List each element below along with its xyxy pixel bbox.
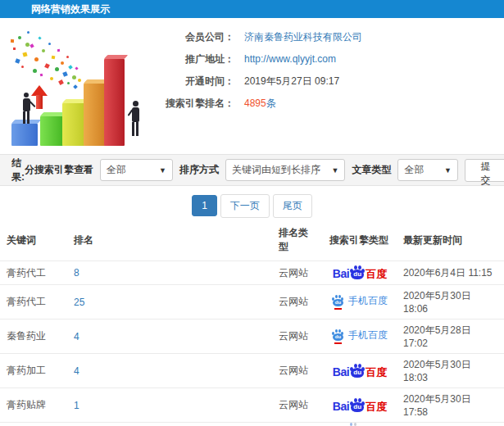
person-right-figure [128, 101, 143, 136]
engine-cell: du 手机百度 [323, 320, 397, 354]
profile-field: 搜索引擎排名： 4895条 [149, 93, 497, 114]
field-value: 2019年5月27日 09:17 [244, 75, 339, 88]
baidu-logo: Bai du 百度 [333, 265, 387, 279]
engine-cell: Bai du 百度 [323, 388, 397, 423]
rank-type-cell: 云网站 [272, 261, 323, 285]
mobile-baidu-paw-icon: du [332, 295, 344, 307]
mobile-baidu-du-text: du [333, 299, 343, 306]
table-row: 膏药代工 8 云网站 Bai du 百度 2020年6月4日 11:15 [0, 261, 504, 285]
profile-field: 开通时间： 2019年5月27日 09:17 [149, 70, 497, 92]
submit-button[interactable]: 提交 [465, 159, 504, 182]
filter-controls: 分搜索引擎查看 全部 ▼ 排序方式 关键词由短到长排序 ▼ 文章类型 全部 ▼ … [25, 159, 504, 182]
baidu-bai-text: Bai [333, 401, 349, 412]
member-info-list: 会员公司： 济南秦鲁药业科技有限公司 推广地址： http://www.qlyy… [149, 26, 497, 115]
rank-type-cell: 云网站 [272, 320, 323, 354]
rank-type-cell: 云网站 [272, 388, 323, 423]
baidu-logo: Bai du 百度 [333, 398, 387, 412]
update-time-cell: 2020年5月30日 17:58 [397, 388, 504, 423]
mobile-baidu-logo: du 手机百度 [332, 294, 388, 308]
field-label: 推广地址： [149, 52, 234, 66]
column-header: 排名类型 [272, 220, 323, 261]
sort-label: 排序方式 [179, 163, 219, 177]
table-row: 膏药代工 25 云网站 du 手机百度 2020年5月30日 18:06 [0, 285, 504, 320]
bar-yellow [62, 103, 85, 146]
bar-red [104, 59, 125, 146]
engine-cell: du 手机百度 [323, 423, 397, 426]
baidu-paw-icon: du [350, 364, 365, 378]
page: 网络营销效果展示 会员公司： 济南秦鲁药业科技有限公司 推广地址： http: [0, 0, 504, 426]
update-time-cell: 2020年5月30日 18:03 [397, 354, 504, 388]
chevron-down-icon: ▼ [444, 166, 452, 174]
bar-orange [84, 84, 106, 146]
mobile-baidu-du-text: du [333, 333, 343, 341]
engine-view-select[interactable]: 全部 ▼ [100, 159, 173, 181]
person-left-figure [19, 93, 34, 124]
filter-toolbar: 结果: 分搜索引擎查看 全部 ▼ 排序方式 关键词由短到长排序 ▼ 文章类型 全… [0, 154, 504, 186]
rank-type-cell: 云网站 [272, 354, 323, 388]
engine-cell: Bai du 百度 [323, 354, 397, 388]
rank-link[interactable]: 1 [67, 388, 272, 423]
field-value: 4895条 [244, 97, 276, 111]
update-time-cell: 2020年6月4日 11:15 [397, 261, 504, 285]
rank-link[interactable]: 8 [67, 261, 272, 285]
baidu-cn-text: 百度 [366, 269, 387, 279]
baidu-cn-text: 百度 [366, 401, 387, 412]
sort-value: 关键词由短到长排序 [232, 163, 320, 177]
mobile-baidu-logo: du 手机百度 [332, 329, 388, 342]
mobile-baidu-label: 手机百度 [348, 329, 388, 342]
keyword-ranking-table: 关键词排名排名类型搜索引擎类型最新更新时间 膏药代工 8 云网站 Bai du … [0, 220, 504, 426]
rank-type-cell: 云网站 [272, 423, 323, 426]
column-header: 排名 [67, 220, 272, 261]
article-type-select[interactable]: 全部 ▼ [397, 159, 458, 181]
results-label: 结果: [11, 156, 25, 184]
next-page-button[interactable]: 下一页 [220, 194, 270, 218]
keyword-cell: 秦鲁药业 [0, 320, 67, 354]
baidu-paw-icon: du [350, 265, 365, 279]
field-label: 开通时间： [149, 75, 234, 88]
baidu-paw-icon: du [350, 398, 365, 412]
baidu-cn-text: 百度 [366, 367, 387, 378]
update-time-cell: 2020年5月28日 16:55 [397, 423, 504, 426]
mobile-baidu-paw-icon: du [332, 329, 344, 342]
table-row: 口罩贴牌 29 云网站 du 手机百度 2020年5月28日 16:55 [0, 423, 504, 426]
title-bar: 网络营销效果展示 [0, 0, 504, 18]
baidu-logo: Bai du 百度 [333, 364, 387, 378]
profile-section: 会员公司： 济南秦鲁药业科技有限公司 推广地址： http://www.qlyy… [0, 18, 504, 154]
update-time-cell: 2020年5月28日 17:02 [397, 320, 504, 354]
keyword-cell: 膏药加工 [0, 354, 67, 388]
rank-link[interactable]: 25 [67, 285, 272, 320]
rank-link[interactable]: 4 [67, 320, 272, 354]
sort-select[interactable]: 关键词由短到长排序 ▼ [225, 159, 345, 181]
table-row: 秦鲁药业 4 云网站 du 手机百度 2020年5月28日 17:02 [0, 320, 504, 354]
column-header: 最新更新时间 [397, 220, 504, 261]
rank-type-cell: 云网站 [272, 285, 323, 320]
bar-blue [11, 124, 38, 146]
article-type-label: 文章类型 [352, 163, 391, 177]
baidu-bai-text: Bai [333, 366, 349, 378]
page-1-button[interactable]: 1 [192, 195, 217, 216]
table-header-row: 关键词排名排名类型搜索引擎类型最新更新时间 [0, 220, 504, 261]
table-row: 膏药加工 4 云网站 Bai du 百度 2020年5月30日 18:03 [0, 354, 504, 388]
engine-view-label: 分搜索引擎查看 [25, 163, 93, 177]
keyword-cell: 口罩贴牌 [0, 423, 67, 426]
baidu-bai-text: Bai [333, 268, 349, 279]
baidu-du-text: du [351, 270, 364, 279]
engine-view-value: 全部 [107, 163, 126, 177]
field-value[interactable]: http://www.qlyyjt.com [244, 53, 336, 65]
keyword-cell: 膏药贴牌 [0, 388, 67, 423]
field-label: 搜索引擎排名： [149, 97, 234, 111]
mobile-baidu-label: 手机百度 [348, 294, 388, 308]
baidu-du-text: du [351, 402, 364, 412]
last-page-button[interactable]: 尾页 [273, 194, 312, 218]
column-header: 搜索引擎类型 [323, 220, 397, 261]
rank-link[interactable]: 4 [67, 354, 272, 388]
article-type-value: 全部 [404, 163, 424, 177]
baidu-du-text: du [351, 368, 364, 378]
chevron-down-icon: ▼ [159, 166, 166, 174]
rank-link[interactable]: 29 [67, 423, 272, 426]
marketing-growth-illustration [5, 25, 151, 149]
engine-cell: du 手机百度 [323, 285, 397, 320]
profile-field: 推广地址： http://www.qlyyjt.com [149, 48, 497, 70]
field-value[interactable]: 济南秦鲁药业科技有限公司 [244, 30, 362, 44]
bar-green [40, 116, 63, 146]
